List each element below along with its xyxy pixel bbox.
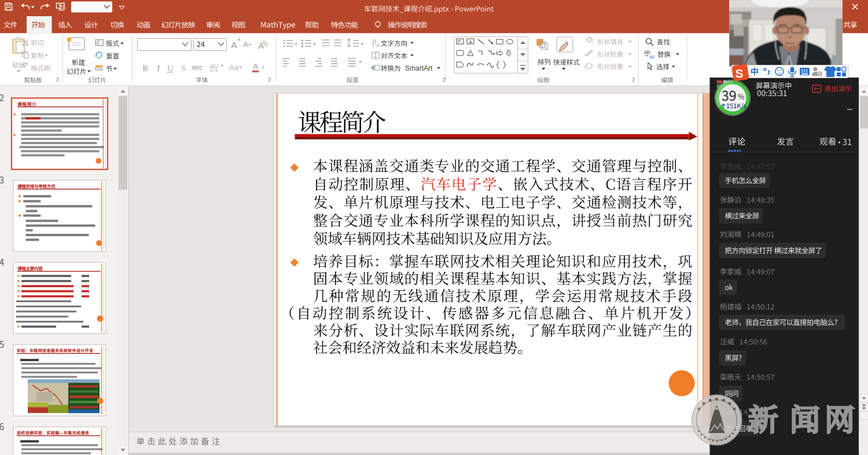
svg-text:S: S: [735, 67, 744, 80]
svg-text:A: A: [469, 39, 473, 45]
svg-text:abc: abc: [192, 64, 203, 72]
svg-text:A: A: [376, 43, 380, 48]
svg-text:AV: AV: [210, 63, 219, 70]
svg-text:B: B: [142, 64, 148, 73]
svg-text:A: A: [231, 40, 237, 50]
svg-text:A: A: [253, 62, 259, 71]
svg-text:A: A: [243, 41, 248, 49]
svg-text:ac: ac: [649, 53, 655, 60]
svg-text:SmartArt: SmartArt: [405, 64, 433, 72]
svg-text:Aa: Aa: [229, 63, 239, 72]
svg-text:S: S: [181, 64, 186, 73]
svg-text:U: U: [167, 64, 174, 73]
